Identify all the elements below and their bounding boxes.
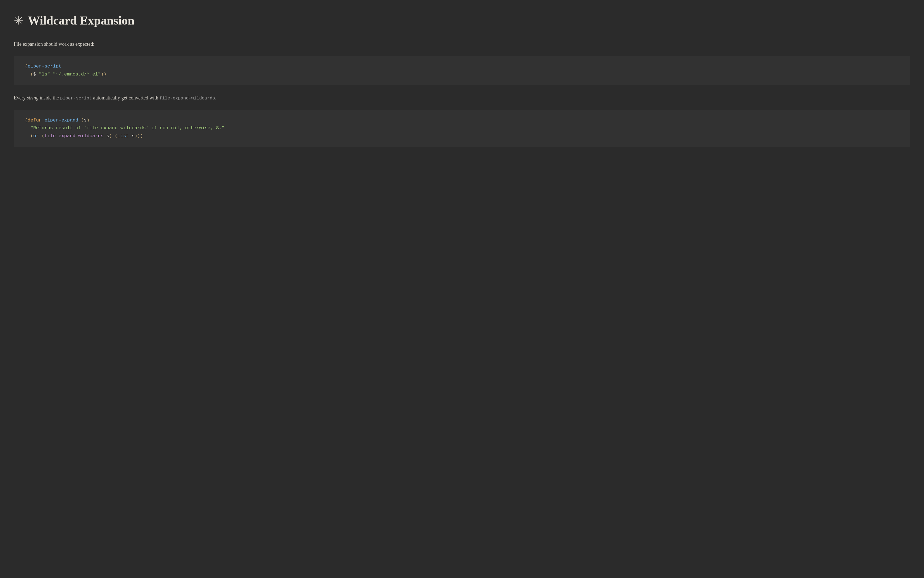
builtin-file-expand: file-expand-wildcards — [44, 133, 103, 139]
desc-prefix: Every — [14, 95, 27, 101]
paren-open-6: ( — [115, 133, 117, 139]
desc-italic: string — [27, 95, 38, 101]
paren-open-5: ( — [42, 133, 44, 139]
str-path: "~/.emacs.d/*.el" — [53, 71, 101, 77]
desc-code1: piper-script — [60, 96, 92, 101]
paren-close-5: ) — [109, 133, 112, 139]
paren-s-open: ( — [81, 118, 84, 123]
paren-s-close: ) — [86, 118, 89, 123]
paren-open-3: ( — [25, 118, 28, 123]
fn-piper-expand: piper-expand — [44, 118, 78, 123]
desc-code2: file-expand-wildcards — [159, 96, 215, 101]
list-keyword: list — [118, 133, 129, 139]
description-text: Every string inside the piper-script aut… — [14, 94, 910, 102]
desc-period: . — [215, 95, 216, 101]
code-block-1: (piper-script ($ "ls" "~/.emacs.d/*.el")… — [14, 56, 910, 85]
code2-line-3: (or (file-expand-wildcards s) (list s))) — [25, 132, 899, 140]
paren-open-4: ( — [30, 133, 33, 139]
paren-open-1: ( — [25, 63, 28, 69]
code2-line-2: "Returns result of `file-expand-wildcard… — [25, 124, 899, 132]
doc-string: "Returns result of `file-expand-wildcard… — [30, 125, 224, 131]
dollar-sign: $ — [33, 71, 36, 77]
parens-close-2: ))) — [135, 133, 143, 139]
parens-close-1: )) — [101, 71, 106, 77]
str-ls: "ls" — [39, 71, 50, 77]
code2-line-1: (defun piper-expand (s) — [25, 117, 899, 125]
paren-open-2: ( — [30, 71, 33, 77]
param-s-3: s — [132, 133, 135, 139]
code-line-2: ($ "ls" "~/.emacs.d/*.el")) — [25, 70, 899, 78]
page-header: ✳ Wildcard Expansion — [14, 11, 910, 30]
keyword-defun: defun — [28, 118, 42, 123]
asterisk-icon: ✳ — [14, 15, 23, 26]
code-line-1: (piper-script — [25, 63, 899, 70]
param-s: s — [84, 118, 86, 123]
keyword-or: or — [33, 133, 39, 139]
fn-piper-script: piper-script — [28, 63, 61, 69]
code-block-2: (defun piper-expand (s) "Returns result … — [14, 110, 910, 147]
param-s-2: s — [106, 133, 109, 139]
page-title: Wildcard Expansion — [28, 11, 135, 30]
intro-text: File expansion should work as expected: — [14, 40, 910, 48]
desc-suffix: automatically get converted with — [92, 95, 159, 101]
desc-middle: inside the — [39, 95, 60, 101]
